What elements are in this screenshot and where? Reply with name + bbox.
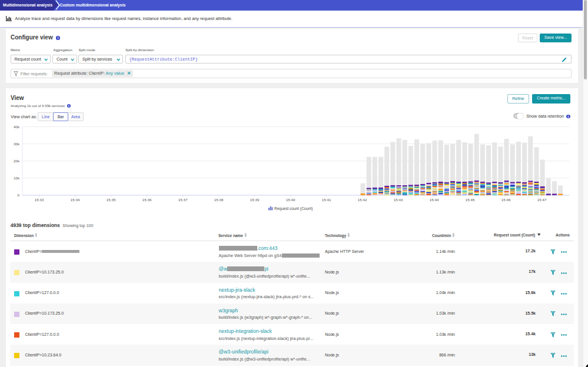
svg-text:30k: 30k (14, 142, 20, 146)
svg-text:15:36: 15:36 (142, 198, 152, 202)
svg-text:40k: 40k (14, 125, 20, 129)
svg-text:15:35: 15:35 (107, 198, 116, 202)
svg-text:15:43: 15:43 (394, 198, 403, 202)
svg-text:Request count (Count): Request count (Count) (274, 206, 313, 211)
svg-text:15:40: 15:40 (286, 198, 295, 202)
svg-text:15:34: 15:34 (71, 198, 80, 202)
svg-text:20k: 20k (14, 159, 20, 163)
svg-text:15:46: 15:46 (501, 198, 511, 202)
svg-text:15:45: 15:45 (466, 198, 475, 202)
svg-text:15:44: 15:44 (430, 198, 439, 202)
svg-text:15:38: 15:38 (214, 198, 224, 202)
svg-text:10k: 10k (14, 176, 20, 180)
svg-text:15:42: 15:42 (358, 198, 367, 202)
svg-text:15:37: 15:37 (178, 198, 188, 202)
svg-text:0: 0 (18, 193, 20, 197)
svg-text:15:33: 15:33 (35, 198, 44, 202)
svg-text:15:41: 15:41 (322, 198, 331, 202)
svg-text:15:47: 15:47 (537, 198, 547, 202)
svg-text:15:39: 15:39 (250, 198, 260, 202)
